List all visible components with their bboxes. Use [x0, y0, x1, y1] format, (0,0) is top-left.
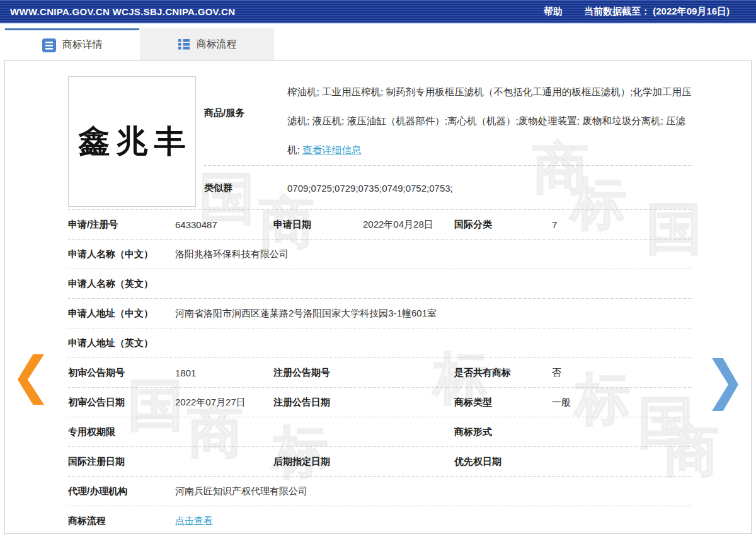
field-value: 洛阳兆格环保科技有限公司: [175, 248, 692, 260]
table-row: 专用权期限商标形式: [68, 417, 692, 447]
click-to-view-link[interactable]: 点击查看: [175, 515, 213, 526]
goods-services-row: 商品/服务 榨油机; 工业用压榨机; 制药剂专用板框压滤机（不包括化工通用的板框…: [204, 61, 692, 166]
field-label: 商标形式: [454, 426, 552, 438]
field-label: 初审公告期号: [68, 367, 175, 379]
field-label: 初审公告日期: [68, 397, 175, 409]
field-label: 申请人地址（英文）: [68, 337, 175, 349]
similar-group-label: 类似群: [204, 182, 287, 194]
field-value: 1801: [175, 368, 273, 378]
similar-group-value: 0709;0725;0729;0735;0749;0752;0753;: [287, 183, 453, 194]
table-row: 初审公告期号1801注册公告期号是否共有商标否: [68, 358, 692, 388]
table-row: 申请人地址（英文）: [68, 328, 692, 358]
field-label: 专用权期限: [68, 426, 175, 438]
site-domains: WWW.CNIPA.GOV.CN WCJS.SBJ.CNIPA.GOV.CN: [10, 6, 544, 17]
field-label: 优先权日期: [454, 456, 552, 468]
view-details-link[interactable]: 查看详细信息: [302, 144, 361, 155]
field-value: 一般: [552, 397, 692, 409]
field-label: 商标流程: [68, 515, 175, 527]
table-row: 申请/注册号64330487申请日期2022年04月28日国际分类7: [68, 210, 692, 240]
table-row: 商标流程点击查看: [68, 506, 692, 534]
goods-services-label: 商品/服务: [204, 77, 287, 149]
tab-trademark-process[interactable]: 商标流程: [140, 28, 274, 60]
field-value: 7: [552, 219, 692, 230]
tab-label: 商标流程: [197, 38, 237, 51]
trademark-detail-panel: 国商标国商标国商标国商标 鑫兆丰 商品/服务 榨油机; 工业用压榨机; 制药剂专…: [4, 60, 752, 534]
table-row: 国际注册日期后期指定日期优先权日期: [68, 447, 692, 477]
top-bar: WWW.CNIPA.GOV.CN WCJS.SBJ.CNIPA.GOV.CN 帮…: [0, 0, 756, 23]
table-row: 代理/办理机构河南兵匠知识产权代理有限公司: [68, 477, 692, 506]
field-label: 是否共有商标: [454, 367, 552, 379]
similar-group-row: 类似群 0709;0725;0729;0735;0749;0752;0753;: [204, 166, 692, 210]
field-label: 后期指定日期: [273, 456, 363, 468]
trademark-image: 鑫兆丰: [68, 76, 196, 207]
field-label: 申请人名称（英文）: [68, 278, 175, 290]
goods-services-value: 榨油机; 工业用压榨机; 制药剂专用板框压滤机（不包括化工通用的板框压滤机）;化…: [287, 77, 692, 165]
field-label: 申请日期: [273, 219, 363, 231]
trademark-summary-section: 鑫兆丰 商品/服务 榨油机; 工业用压榨机; 制药剂专用板框压滤机（不包括化工通…: [68, 61, 692, 210]
field-value: 否: [552, 367, 692, 379]
field-label: 申请人地址（中文）: [68, 308, 175, 320]
field-value: 2022年07月27日: [175, 397, 273, 409]
field-label: 申请人名称（中文）: [68, 248, 175, 260]
field-label: 注册公告日期: [273, 397, 363, 409]
field-label: 代理/办理机构: [68, 485, 175, 497]
field-label: 国际分类: [454, 219, 552, 231]
field-value: 点击查看: [175, 515, 692, 527]
field-value: 2022年04月28日: [363, 219, 454, 231]
field-label: 申请/注册号: [68, 219, 175, 231]
table-row: 申请人名称（英文）: [68, 269, 692, 299]
trademark-name: 鑫兆丰: [79, 120, 192, 163]
field-label: 国际注册日期: [68, 456, 175, 468]
data-cutoff-date: 当前数据截至： (2022年09月16日): [584, 6, 730, 18]
field-value: 64330487: [175, 219, 273, 230]
field-value: 河南兵匠知识产权代理有限公司: [175, 485, 692, 497]
bulleted-list-icon: [178, 38, 190, 50]
detail-table: 申请/注册号64330487申请日期2022年04月28日国际分类7申请人名称（…: [68, 210, 692, 534]
field-value: 河南省洛阳市涧西区蓬莱路2号洛阳国家大学科技园3-1幢601室: [175, 308, 692, 320]
table-row: 申请人名称（中文）洛阳兆格环保科技有限公司: [68, 240, 692, 269]
tab-bar: 商标详情 商标流程: [0, 23, 756, 60]
clipboard-list-icon: [42, 38, 56, 52]
field-label: 商标类型: [454, 397, 552, 409]
field-label: 注册公告期号: [273, 367, 363, 379]
tab-trademark-details[interactable]: 商标详情: [5, 28, 139, 60]
table-row: 申请人地址（中文）河南省洛阳市涧西区蓬莱路2号洛阳国家大学科技园3-1幢601室: [68, 299, 692, 328]
table-row: 初审公告日期2022年07月27日注册公告日期商标类型一般: [68, 388, 692, 417]
tab-label: 商标详情: [62, 38, 103, 52]
help-link[interactable]: 帮助: [544, 6, 563, 18]
